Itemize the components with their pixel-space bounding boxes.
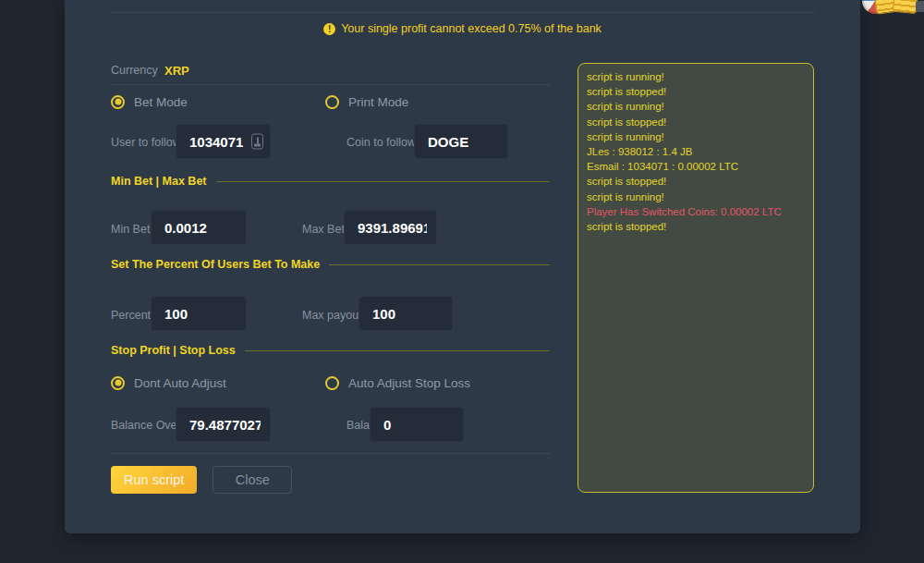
radio-selected-icon[interactable] xyxy=(111,376,125,390)
coin-stack xyxy=(893,0,919,14)
divider xyxy=(111,453,550,454)
corner-widget xyxy=(916,1,924,12)
currency-row: Currency XRP xyxy=(111,55,550,85)
mode-radio-group: Bet Mode Print Mode xyxy=(111,92,550,111)
coin-to-follow-label: Coin to follow xyxy=(346,136,416,149)
log-line: script is stopped! xyxy=(587,115,805,129)
notice-text: Your single profit cannot exceed 0.75% o… xyxy=(341,22,602,35)
currency-label: Currency xyxy=(111,64,158,77)
percent-input[interactable] xyxy=(151,296,247,331)
run-script-button[interactable]: Run script xyxy=(111,466,197,494)
close-button[interactable]: Close xyxy=(213,466,292,494)
dialog-actions: Run script Close xyxy=(111,466,550,494)
user-to-follow-field xyxy=(176,124,271,159)
divider xyxy=(245,350,550,351)
max-payout-label: Max payout xyxy=(302,309,362,322)
max-payout-field xyxy=(359,296,453,331)
log-line: script is running! xyxy=(587,69,805,84)
bet-limits-title: Min Bet | Max Bet xyxy=(111,175,207,188)
divider xyxy=(329,264,550,265)
max-payout-input[interactable] xyxy=(359,296,453,331)
log-line: script is running! xyxy=(587,99,805,114)
radio-unselected-icon[interactable] xyxy=(325,95,339,109)
currency-value: XRP xyxy=(164,64,189,78)
dont-auto-adjust-radio[interactable]: Dont Auto Adjust xyxy=(111,376,226,390)
gold-coins-icon xyxy=(875,0,918,15)
auto-adjust-label: Auto Adjust Stop Loss xyxy=(348,376,470,390)
log-line: JLes : 938012 : 1.4 JB xyxy=(587,144,805,159)
radio-unselected-icon[interactable] xyxy=(325,376,339,390)
profit-limit-notice: ! Your single profit cannot exceed 0.75%… xyxy=(65,22,860,35)
stop-section-title: Stop Profit | Stop Loss xyxy=(111,344,236,357)
min-bet-label: Min Bet xyxy=(111,223,150,236)
percent-label: Percent xyxy=(111,309,151,322)
balance-over-label: Balance Over xyxy=(111,419,181,432)
bet-mode-radio[interactable]: Bet Mode xyxy=(111,95,188,109)
user-to-follow-label: User to follow xyxy=(111,136,181,149)
coin-to-follow-field xyxy=(414,124,508,159)
script-settings-dialog: ! Your single profit cannot exceed 0.75%… xyxy=(65,0,860,533)
bet-limits-section-header: Min Bet | Max Bet xyxy=(111,175,550,188)
percent-field xyxy=(151,296,247,331)
log-line: Player Has Switched Coins: 0.00002 LTC xyxy=(587,204,805,219)
percent-section-title: Set The Percent Of Users Bet To Make xyxy=(111,258,320,271)
max-bet-label: Max Bet xyxy=(302,223,345,236)
adjust-radio-group: Dont Auto Adjust Auto Adjust Stop Loss xyxy=(111,373,550,392)
dont-auto-adjust-label: Dont Auto Adjust xyxy=(134,376,226,390)
min-bet-input[interactable] xyxy=(151,210,247,245)
divider xyxy=(216,181,550,182)
info-icon: ! xyxy=(323,23,335,35)
balance-under-field xyxy=(370,407,464,442)
log-line: script is running! xyxy=(587,129,805,144)
log-line: script is running! xyxy=(587,190,805,204)
divider xyxy=(111,12,815,13)
script-console-log[interactable]: script is running!script is stopped!scri… xyxy=(578,63,814,493)
min-bet-field xyxy=(151,210,247,245)
max-bet-field xyxy=(344,210,437,245)
number-stepper-icon[interactable] xyxy=(251,134,263,150)
max-bet-input[interactable] xyxy=(344,210,437,245)
stop-section-header: Stop Profit | Stop Loss xyxy=(111,344,550,357)
log-line: script is stopped! xyxy=(587,219,805,234)
coin-to-follow-input[interactable] xyxy=(414,124,508,159)
balance-under-input[interactable] xyxy=(370,407,464,442)
auto-adjust-radio[interactable]: Auto Adjust Stop Loss xyxy=(325,376,470,390)
print-mode-label: Print Mode xyxy=(348,95,408,109)
radio-selected-icon[interactable] xyxy=(111,95,125,109)
percent-section-header: Set The Percent Of Users Bet To Make xyxy=(111,258,550,271)
print-mode-radio[interactable]: Print Mode xyxy=(325,95,408,109)
log-line: script is stopped! xyxy=(587,84,805,99)
balance-over-field xyxy=(176,407,271,442)
log-line: Esmail : 1034071 : 0.00002 LTC xyxy=(587,159,805,174)
divider xyxy=(111,84,550,85)
balance-over-input[interactable] xyxy=(176,407,271,442)
bet-mode-label: Bet Mode xyxy=(134,95,188,109)
log-line: script is stopped! xyxy=(587,174,805,189)
